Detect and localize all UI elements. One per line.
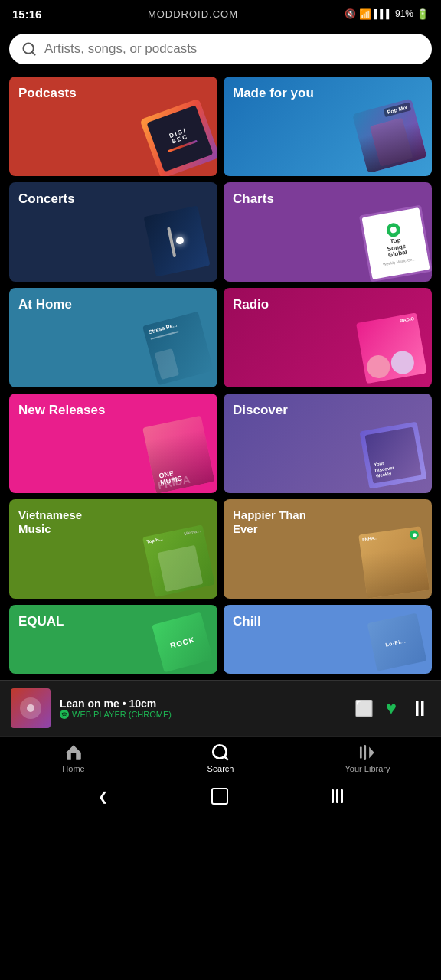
- category-card-happier-than-ever[interactable]: Happier ThanEver ENHA...: [224, 499, 432, 599]
- charts-text: TopSongsGlobal: [385, 237, 407, 260]
- category-card-charts[interactable]: Charts TopSongsGlobal Weekly Music Ch...: [224, 182, 432, 282]
- card-label-equal: EQUAL: [18, 614, 64, 629]
- card-label-made-for-you: Made for you: [233, 86, 314, 101]
- nav-item-home[interactable]: Home: [43, 743, 104, 773]
- discover-art: YourDiscoverWeekly: [360, 421, 432, 493]
- pause-button[interactable]: ⏸: [409, 696, 430, 721]
- nav-label-home: Home: [62, 764, 84, 773]
- now-playing-info: Lean on me • 10cm WEB PLAYER (CHROME): [60, 697, 345, 719]
- android-nav: ❮: [0, 776, 441, 816]
- status-time: 15:16: [12, 8, 41, 21]
- now-playing-source-text: WEB PLAYER (CHROME): [72, 710, 172, 719]
- vietnamese-music-art: Top H... Vietna...: [142, 524, 217, 599]
- svg-line-1: [32, 52, 35, 55]
- search-icon: [21, 41, 37, 57]
- cast-icon[interactable]: ⬜: [354, 699, 374, 717]
- card-label-happier-than-ever: Happier ThanEver: [233, 508, 306, 536]
- made-for-you-art: Pop Mix: [352, 96, 432, 176]
- now-playing-controls: ⬜ ♥ ⏸: [354, 696, 430, 721]
- chill-art: Lo-Fi...: [368, 612, 432, 674]
- card-label-radio: Radio: [233, 297, 269, 312]
- android-back-button[interactable]: ❮: [98, 789, 108, 804]
- android-home-button[interactable]: [211, 788, 228, 805]
- new-releases-art: ONEMUSIC FRIDA: [142, 414, 217, 493]
- happier-art: ENHA...: [358, 525, 432, 599]
- category-card-made-for-you[interactable]: Made for you Pop Mix: [224, 77, 432, 176]
- now-playing-thumbnail: [11, 688, 51, 728]
- battery-icon: 🔋: [416, 8, 429, 20]
- search-input[interactable]: [44, 41, 420, 57]
- svg-point-3: [213, 745, 226, 758]
- card-label-charts: Charts: [233, 191, 274, 207]
- nav-label-library: Your Library: [345, 764, 390, 773]
- status-carrier: MODDROID.COM: [148, 8, 238, 20]
- search-nav-icon: [211, 743, 230, 763]
- bottom-nav: Home Search Your Library: [0, 736, 441, 776]
- card-label-podcasts: Podcasts: [18, 86, 77, 101]
- equal-art: ROCK: [152, 611, 217, 674]
- status-bar: 15:16 MODDROID.COM 🔇 📶 ▌▌▌ 91% 🔋: [0, 0, 441, 28]
- wifi-icon: 📶: [359, 8, 371, 20]
- battery-text: 91%: [395, 8, 413, 19]
- category-card-at-home[interactable]: At Home Stress Re...: [9, 288, 217, 387]
- library-icon: [358, 743, 377, 763]
- nav-label-search: Search: [207, 764, 234, 773]
- now-playing-source: WEB PLAYER (CHROME): [60, 710, 345, 719]
- android-recent-button[interactable]: [332, 789, 343, 803]
- now-playing-bar[interactable]: Lean on me • 10cm WEB PLAYER (CHROME) ⬜ …: [0, 680, 441, 736]
- category-grid: Podcasts DIS/ SEC Made for you Pop Mix: [0, 70, 441, 605]
- card-label-at-home: At Home: [18, 297, 72, 312]
- category-card-concerts[interactable]: Concerts: [9, 182, 217, 282]
- radio-art: RADIO: [356, 312, 432, 387]
- at-home-art: Stress Re...: [142, 310, 217, 387]
- now-playing-title: Lean on me • 10cm: [60, 697, 345, 710]
- card-label-new-releases: New Releases: [18, 403, 105, 418]
- nav-item-library[interactable]: Your Library: [337, 743, 398, 773]
- card-label-discover: Discover: [233, 403, 288, 418]
- podcasts-art: DIS/ SEC: [139, 98, 217, 176]
- signal-icon: ▌▌▌: [374, 9, 392, 18]
- home-icon: [64, 743, 83, 763]
- card-label-chill: Chill: [233, 614, 261, 629]
- search-bar[interactable]: [9, 34, 432, 64]
- status-icons: 🔇 📶 ▌▌▌ 91% 🔋: [345, 8, 429, 20]
- concerts-art: [144, 204, 217, 282]
- svg-line-4: [224, 756, 228, 760]
- svg-point-2: [60, 710, 69, 719]
- spotify-icon: [60, 710, 69, 719]
- card-label-vietnamese-music: VietnameseMusic: [18, 508, 82, 536]
- category-card-vietnamese-music[interactable]: VietnameseMusic Top H... Vietna...: [9, 499, 217, 599]
- partial-cards-row: EQUAL ROCK Chill Lo-Fi...: [0, 605, 441, 674]
- category-card-equal[interactable]: EQUAL ROCK: [9, 605, 217, 674]
- nav-item-search[interactable]: Search: [190, 743, 251, 773]
- category-card-podcasts[interactable]: Podcasts DIS/ SEC: [9, 77, 217, 176]
- mute-icon: 🔇: [345, 8, 356, 19]
- like-icon[interactable]: ♥: [386, 697, 397, 719]
- category-card-new-releases[interactable]: New Releases ONEMUSIC FRIDA: [9, 394, 217, 493]
- card-label-concerts: Concerts: [18, 191, 75, 207]
- category-card-chill[interactable]: Chill Lo-Fi...: [224, 605, 432, 674]
- category-card-radio[interactable]: Radio RADIO: [224, 288, 432, 387]
- category-card-discover[interactable]: Discover YourDiscoverWeekly: [224, 394, 432, 493]
- charts-art: TopSongsGlobal Weekly Music Ch...: [359, 205, 432, 282]
